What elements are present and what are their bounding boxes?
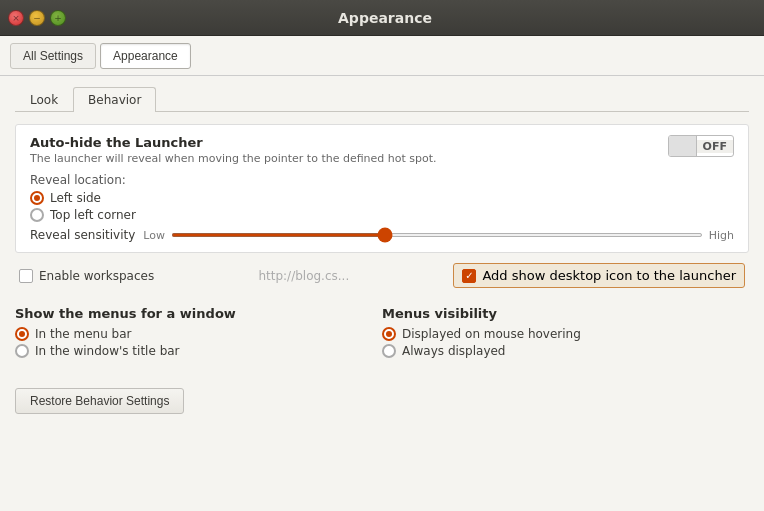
- radio-mouse-hover-dot: [386, 331, 392, 337]
- radio-title-bar-label: In the window's title bar: [35, 344, 180, 358]
- title-bar: × − + Appearance: [0, 0, 764, 36]
- autohide-toggle-row: Auto-hide the Launcher The launcher will…: [30, 135, 734, 173]
- slider-high-label: High: [709, 229, 734, 242]
- toolbar: All Settings Appearance: [0, 36, 764, 76]
- slider-low-label: Low: [143, 229, 165, 242]
- radio-always-displayed-label: Always displayed: [402, 344, 506, 358]
- window-title: Appearance: [74, 10, 696, 26]
- reveal-radio-group: Left side Top left corner: [30, 191, 734, 222]
- menus-visibility-title: Menus visibility: [382, 306, 749, 321]
- content-area: Look Behavior Auto-hide the Launcher The…: [0, 76, 764, 511]
- radio-menu-bar[interactable]: In the menu bar: [15, 327, 382, 341]
- show-menus-title: Show the menus for a window: [15, 306, 382, 321]
- radio-menu-bar-control[interactable]: [15, 327, 29, 341]
- enable-workspaces-checkbox[interactable]: Enable workspaces: [19, 269, 154, 283]
- restore-behavior-button[interactable]: Restore Behavior Settings: [15, 388, 184, 414]
- radio-mouse-hover-label: Displayed on mouse hovering: [402, 327, 581, 341]
- radio-left-side-control[interactable]: [30, 191, 44, 205]
- workspaces-label: Enable workspaces: [39, 269, 154, 283]
- sensitivity-row: Reveal sensitivity Low High: [30, 228, 734, 242]
- toggle-track: [669, 135, 697, 157]
- autohide-info: Auto-hide the Launcher The launcher will…: [30, 135, 437, 173]
- radio-title-bar[interactable]: In the window's title bar: [15, 344, 382, 358]
- show-menus-col: Show the menus for a window In the menu …: [15, 298, 382, 370]
- all-settings-button[interactable]: All Settings: [10, 43, 96, 69]
- radio-left-side-label: Left side: [50, 191, 101, 205]
- desktop-icon-checkbox[interactable]: ✓ Add show desktop icon to the launcher: [453, 263, 745, 288]
- radio-always-displayed[interactable]: Always displayed: [382, 344, 749, 358]
- restore-row: Restore Behavior Settings: [15, 380, 749, 414]
- radio-mouse-hover[interactable]: Displayed on mouse hovering: [382, 327, 749, 341]
- appearance-button[interactable]: Appearance: [100, 43, 191, 69]
- menus-visibility-radio-group: Displayed on mouse hovering Always displ…: [382, 327, 749, 358]
- radio-title-bar-control[interactable]: [15, 344, 29, 358]
- desktop-icon-label: Add show desktop icon to the launcher: [482, 268, 736, 283]
- radio-left-side[interactable]: Left side: [30, 191, 734, 205]
- tab-look[interactable]: Look: [15, 87, 73, 112]
- two-col-section: Show the menus for a window In the menu …: [15, 298, 749, 370]
- autohide-section: Auto-hide the Launcher The launcher will…: [15, 124, 749, 253]
- autohide-desc: The launcher will reveal when moving the…: [30, 152, 437, 165]
- window-controls: × − +: [8, 10, 66, 26]
- sensitivity-label: Reveal sensitivity: [30, 228, 135, 242]
- watermark: http://blog.cs...: [164, 269, 443, 283]
- desktop-icon-checkbox-control[interactable]: ✓: [462, 269, 476, 283]
- menus-visibility-col: Menus visibility Displayed on mouse hove…: [382, 298, 749, 370]
- toggle-state-label: OFF: [697, 140, 733, 153]
- radio-left-side-dot: [34, 195, 40, 201]
- close-button[interactable]: ×: [8, 10, 24, 26]
- maximize-button[interactable]: +: [50, 10, 66, 26]
- radio-top-left[interactable]: Top left corner: [30, 208, 734, 222]
- tab-bar: Look Behavior: [15, 86, 749, 112]
- tab-behavior[interactable]: Behavior: [73, 87, 156, 112]
- checkmark-icon: ✓: [465, 270, 473, 281]
- sensitivity-slider[interactable]: [171, 233, 703, 237]
- checkboxes-row: Enable workspaces http://blog.cs... ✓ Ad…: [15, 263, 749, 288]
- slider-container: Low High: [143, 229, 734, 242]
- radio-mouse-hover-control[interactable]: [382, 327, 396, 341]
- radio-top-left-label: Top left corner: [50, 208, 136, 222]
- reveal-location-label: Reveal location:: [30, 173, 734, 187]
- workspaces-checkbox-control[interactable]: [19, 269, 33, 283]
- autohide-title: Auto-hide the Launcher: [30, 135, 437, 150]
- autohide-toggle[interactable]: OFF: [668, 135, 734, 157]
- radio-always-displayed-control[interactable]: [382, 344, 396, 358]
- minimize-button[interactable]: −: [29, 10, 45, 26]
- radio-top-left-control[interactable]: [30, 208, 44, 222]
- radio-menu-bar-label: In the menu bar: [35, 327, 131, 341]
- radio-menu-bar-dot: [19, 331, 25, 337]
- show-menus-radio-group: In the menu bar In the window's title ba…: [15, 327, 382, 358]
